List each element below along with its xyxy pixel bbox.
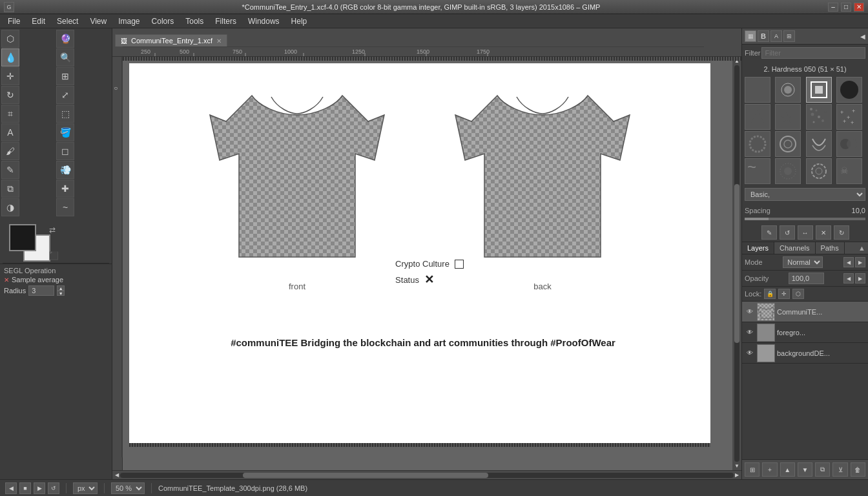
channels-tab[interactable]: Channels [774,242,815,254]
tool-bucket-fill[interactable]: 🪣 [56,123,74,141]
brush-item-16[interactable]: ☠ [836,158,862,184]
tool-align[interactable]: ⊞ [56,67,74,85]
raise-layer-button[interactable]: ▲ [780,462,795,477]
brush-item-7[interactable] [806,104,832,130]
menu-item-view[interactable]: View [85,16,112,27]
lock-position-icon[interactable]: ✛ [778,289,790,299]
brush-item-8[interactable]: + + + + + [836,104,862,130]
mode-select[interactable]: Normal [783,256,823,268]
brush-item-10[interactable] [775,131,801,157]
menu-item-edit[interactable]: Edit [26,16,50,27]
brush-duplicate-icon[interactable]: ↺ [780,225,795,240]
tool-paintbrush[interactable]: 🖌 [1,142,19,160]
layers-panel-icon[interactable]: ▦ [745,30,756,42]
brush-delete-icon[interactable]: ✕ [816,225,831,240]
scroll-down-button[interactable]: ▼ [734,463,739,469]
menu-item-filters[interactable]: Filters [210,16,242,27]
scroll-left-button[interactable]: ◀ [114,472,120,478]
brush-item-15[interactable] [806,158,832,184]
tool-smudge[interactable]: ~ [56,198,74,216]
merge-down-button[interactable]: ⊻ [832,462,847,477]
tab-close-button[interactable]: ✕ [216,37,222,45]
delete-layer-button[interactable]: 🗑 [851,462,865,477]
unit-select[interactable]: px [73,482,98,494]
menu-item-file[interactable]: File [3,16,25,27]
foreground-color-swatch[interactable] [9,224,36,251]
crypto-culture-checkbox[interactable] [455,260,464,269]
layer-item-1[interactable]: 👁 [742,302,868,322]
brush-refresh-icon[interactable]: ↻ [834,225,849,240]
lock-pixels-icon[interactable]: 🔒 [764,289,776,299]
spacing-slider[interactable] [745,218,865,220]
menu-item-help[interactable]: Help [286,16,313,27]
tool-airbrush[interactable]: 💨 [56,161,74,179]
brush-item-13[interactable]: ~ [745,158,770,184]
patterns-panel-icon[interactable]: ⊞ [783,30,795,42]
brush-item-4[interactable] [836,77,862,103]
reset-colors-icon[interactable]: ⬛ [49,251,57,259]
layer-1-visibility[interactable]: 👁 [745,307,755,317]
radius-input[interactable] [28,285,54,296]
brush-edit-icon[interactable]: ✎ [761,225,777,240]
tool-heal[interactable]: ✚ [56,180,74,198]
tool-rotate[interactable]: ↻ [1,86,19,104]
minimize-button[interactable]: – [828,3,838,12]
panel-collapse-icon[interactable]: ◀ [860,33,865,40]
layer-item-2[interactable]: 👁 foregro... [742,322,868,343]
status-next-button[interactable]: ▶ [34,482,45,494]
menu-item-windows[interactable]: Windows [243,16,285,27]
tool-move[interactable]: ✛ [1,67,19,85]
canvas-scroll-area[interactable]: front [123,57,741,470]
brush-type-select[interactable]: Basic, [745,188,865,201]
tool-pencil[interactable]: ✎ [1,161,19,179]
tool-dodge[interactable]: ◑ [1,198,19,216]
mode-up-arrow[interactable]: ▶ [855,257,865,267]
brushes-panel-icon[interactable]: B [758,30,769,42]
menu-item-image[interactable]: Image [113,16,145,27]
swap-colors-icon[interactable]: ⇄ [49,225,58,234]
tool-text[interactable]: A [1,123,19,141]
tool-crop[interactable]: ⌗ [1,105,19,123]
brush-item-12[interactable] [836,131,862,157]
brush-item-9[interactable] [745,131,770,157]
menu-item-tools[interactable]: Tools [180,16,209,27]
tool-magnify[interactable]: 🔍 [56,48,74,67]
status-reset-button[interactable]: ■ [19,482,31,494]
opacity-down-arrow[interactable]: ◀ [843,273,854,284]
scroll-thumb[interactable] [734,184,739,343]
new-layer-group-button[interactable]: ⊞ [745,462,760,477]
brush-item-1[interactable] [745,77,770,103]
tool-perspective[interactable]: ⬚ [56,105,74,123]
opacity-input[interactable] [789,273,824,284]
opacity-up-arrow[interactable]: ▶ [855,273,865,284]
layer-2-visibility[interactable]: 👁 [745,327,755,338]
zoom-select[interactable]: 50 % [111,482,145,494]
status-prev-button[interactable]: ◀ [5,482,17,494]
close-button[interactable]: ✕ [854,3,864,12]
status-refresh-button[interactable]: ↺ [48,482,59,494]
vertical-scrollbar[interactable]: ▲ ▼ [732,57,741,470]
duplicate-layer-button[interactable]: ⧉ [815,462,830,477]
lower-layer-button[interactable]: ▼ [798,462,812,477]
tool-fuzzy-select[interactable]: 🔮 [56,30,74,48]
brush-item-2[interactable] [775,77,801,103]
brush-transfer-icon[interactable]: ↔ [798,225,813,240]
paths-tab[interactable]: Paths [816,242,845,254]
tool-clone[interactable]: ⧉ [1,180,19,198]
canvas-tab[interactable]: 🖼 CommuniTee_Entry_1.xcf ✕ [115,34,227,46]
brush-item-11[interactable] [806,131,832,157]
menu-item-select[interactable]: Select [52,16,83,27]
radius-stepper[interactable]: ▲ ▼ [57,285,65,296]
brush-item-6[interactable]: ★ [775,104,801,130]
new-layer-button[interactable]: + [762,462,777,477]
horizontal-scroll-thumb[interactable] [243,473,488,478]
layer-3-visibility[interactable]: 👁 [745,348,755,358]
mode-down-arrow[interactable]: ◀ [843,257,854,267]
tool-eraser[interactable]: ◻ [56,142,74,160]
brush-filter-input[interactable] [761,47,865,59]
menu-item-colors[interactable]: Colors [147,16,180,27]
brush-item-14[interactable] [775,158,801,184]
brush-item-3[interactable] [806,77,832,103]
scroll-right-button[interactable]: ▶ [734,472,740,478]
brush-item-5[interactable] [745,104,770,130]
